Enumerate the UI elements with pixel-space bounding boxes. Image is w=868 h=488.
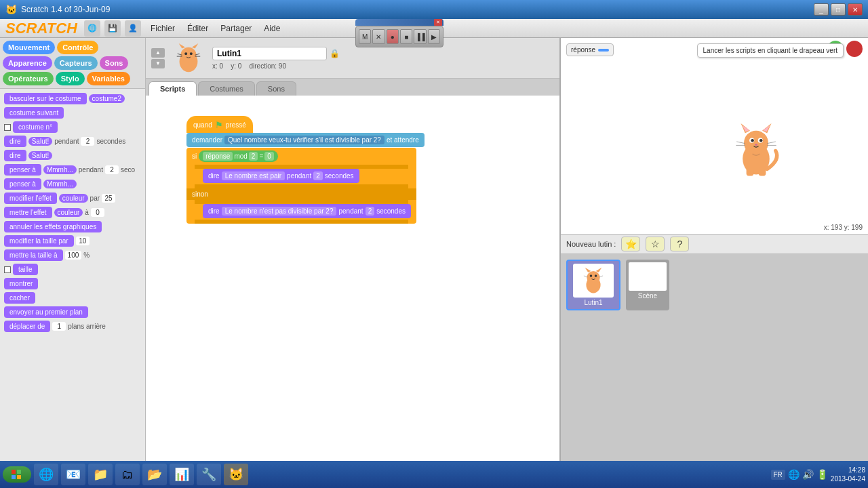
globe-icon[interactable]: 🌐 — [84, 20, 100, 37]
new-sprite-question-button[interactable]: ? — [670, 237, 689, 251]
hat-text2: pressé — [226, 121, 246, 129]
if-val3: 0 — [264, 152, 274, 161]
block-deplacer-text1[interactable]: déplacer de — [4, 321, 50, 332]
person-icon[interactable]: 👤 — [125, 20, 141, 37]
ask-block[interactable]: demander Quel nombre veux-tu vérifier s'… — [186, 133, 425, 147]
media-pause-button[interactable]: ▐▐ — [414, 29, 426, 44]
block-cacher-text[interactable]: cacher — [4, 292, 35, 304]
category-stylo[interactable]: Stylo — [56, 72, 85, 85]
taskbar-powerpoint[interactable]: 📊 — [170, 464, 194, 485]
say-false-val: Le nombre n'est pas divisible par 2? — [222, 207, 337, 216]
block-montrer-text[interactable]: montrer — [4, 278, 38, 289]
title-bar-controls: _ □ ✕ — [814, 3, 863, 16]
block-modifier-effet-text[interactable]: modifier l'effet — [4, 192, 57, 204]
new-sprite-outline-button[interactable]: ☆ — [646, 237, 665, 251]
close-button[interactable]: ✕ — [848, 3, 863, 16]
middle-panel: ▲ ▼ — [146, 38, 559, 461]
sprite-nav-down[interactable]: ▼ — [151, 59, 165, 68]
menu-editer[interactable]: Éditer — [182, 22, 214, 35]
category-sons[interactable]: Sons — [100, 56, 129, 70]
new-sprite-star-button[interactable]: ⭐ — [621, 237, 640, 251]
menu-partager[interactable]: Partager — [215, 22, 257, 35]
svg-marker-30 — [596, 268, 602, 272]
say-true-block[interactable]: dire Le nombre est pair pendant 2 second… — [203, 169, 359, 183]
if-notch-end — [195, 220, 408, 224]
scene-card[interactable]: Scène — [626, 260, 669, 310]
block-penser-text[interactable]: penser à — [4, 178, 41, 190]
left-panel: Mouvement Contrôle Apparence Capteurs So… — [0, 38, 146, 461]
else-body: dire Le nombre n'est pas divisible par 2… — [203, 204, 411, 218]
menu-aide[interactable]: Aide — [258, 22, 285, 35]
block-dire-pendant: dire Salut! pendant 2 secondes — [4, 136, 141, 147]
sprite-card-lutin1-thumb — [573, 264, 614, 298]
block-deplacer-text2: plans arrière — [68, 323, 106, 330]
block-dire-text[interactable]: dire — [4, 150, 26, 161]
block-penser-text3: seco — [121, 166, 135, 174]
category-controle[interactable]: Contrôle — [57, 41, 98, 54]
block-mettre-effet-val1: couleur — [54, 208, 83, 217]
block-mettre-effet-val2: 0 — [91, 208, 104, 217]
block-mettre-effet-text[interactable]: mettre l'effet — [4, 207, 52, 218]
block-taille-text[interactable]: taille — [13, 264, 38, 275]
svg-line-21 — [736, 142, 745, 144]
block-modifier-taille-text[interactable]: modifier la taille par — [4, 235, 74, 247]
cat-stage-svg — [726, 117, 787, 178]
block-dire-pendant-text[interactable]: dire — [4, 136, 26, 147]
taskbar-chrome[interactable]: 🌐 — [34, 464, 58, 485]
svg-rect-38 — [17, 475, 21, 479]
sinon-keyword: sinon — [192, 190, 208, 198]
categories-panel: Mouvement Contrôle Apparence Capteurs So… — [0, 38, 145, 89]
block-envoyer-text[interactable]: envoyer au premier plan — [4, 306, 88, 318]
media-stop-button[interactable]: ■ — [400, 29, 412, 44]
block-costume-no-checkbox[interactable] — [4, 124, 11, 131]
taskbar-folder[interactable]: 📂 — [142, 464, 167, 485]
menu-fichier[interactable]: Fichier — [145, 22, 180, 35]
tab-costumes[interactable]: Costumes — [198, 81, 255, 96]
sprite-name-input[interactable] — [212, 47, 327, 60]
minimize-button[interactable]: _ — [814, 3, 829, 16]
block-taille-checkbox[interactable] — [4, 266, 11, 273]
hat-block[interactable]: quand ⚑ pressé — [186, 116, 253, 133]
block-mettre-taille-text[interactable]: mettre la taille à — [4, 249, 63, 261]
say-false-block[interactable]: dire Le nombre n'est pas divisible par 2… — [203, 204, 411, 218]
media-title-bar: ✕ — [355, 19, 443, 26]
save-icon[interactable]: 💾 — [104, 20, 121, 37]
category-capteurs[interactable]: Capteurs — [54, 56, 98, 70]
media-x-button[interactable]: ✕ — [372, 29, 384, 44]
category-operateurs[interactable]: Opérateurs — [3, 72, 54, 85]
if-header[interactable]: si réponse mod 2 = 0 — [186, 148, 416, 165]
media-record-button[interactable]: ● — [387, 29, 399, 44]
sprite-nav-up[interactable]: ▲ — [151, 48, 165, 58]
block-costume-suivant-text[interactable]: costume suivant — [4, 107, 64, 119]
taskbar-explorer[interactable]: 📁 — [88, 464, 113, 485]
taskbar-outlook[interactable]: 📧 — [61, 464, 85, 485]
taskbar-battery-icon: 🔋 — [816, 469, 828, 480]
start-button[interactable] — [3, 466, 31, 483]
maximize-button[interactable]: □ — [831, 3, 846, 16]
media-m-button[interactable]: M — [359, 29, 371, 44]
tab-sons[interactable]: Sons — [256, 81, 296, 96]
tab-scripts[interactable]: Scripts — [149, 81, 197, 96]
media-close-button[interactable]: ✕ — [434, 19, 442, 26]
media-play-button[interactable]: ▶ — [428, 29, 440, 44]
red-stop-button[interactable] — [846, 41, 863, 57]
block-modifier-taille: modifier la taille par 10 — [4, 235, 141, 247]
taskbar-unknown1[interactable]: 🔧 — [197, 464, 221, 485]
block-penser-pendant-text[interactable]: penser à — [4, 164, 41, 176]
block-annuler-effets-text[interactable]: annuler les effets graphiques — [4, 221, 102, 232]
category-variables[interactable]: Variables — [87, 72, 130, 85]
if-condition: réponse mod 2 = 0 — [199, 150, 278, 162]
clock: 14:28 2013-04-24 — [831, 466, 865, 483]
svg-point-31 — [590, 274, 593, 277]
taskbar-scratch[interactable]: 🐱 — [224, 464, 248, 485]
block-basculer-text[interactable]: basculer sur le costume — [4, 93, 87, 104]
taskbar-files[interactable]: 🗂 — [115, 464, 140, 485]
block-costume-no-text[interactable]: costume n° — [13, 121, 58, 133]
sprite-header: ▲ ▼ — [146, 38, 559, 79]
sprite-card-lutin1[interactable]: Lutin1 — [566, 260, 620, 310]
category-apparence[interactable]: Apparence — [3, 56, 52, 70]
category-mouvement[interactable]: Mouvement — [3, 41, 55, 54]
block-costume-suivant: costume suivant — [4, 107, 141, 119]
svg-rect-35 — [12, 470, 16, 474]
sprite-name-bar: 🔒 — [212, 47, 554, 60]
